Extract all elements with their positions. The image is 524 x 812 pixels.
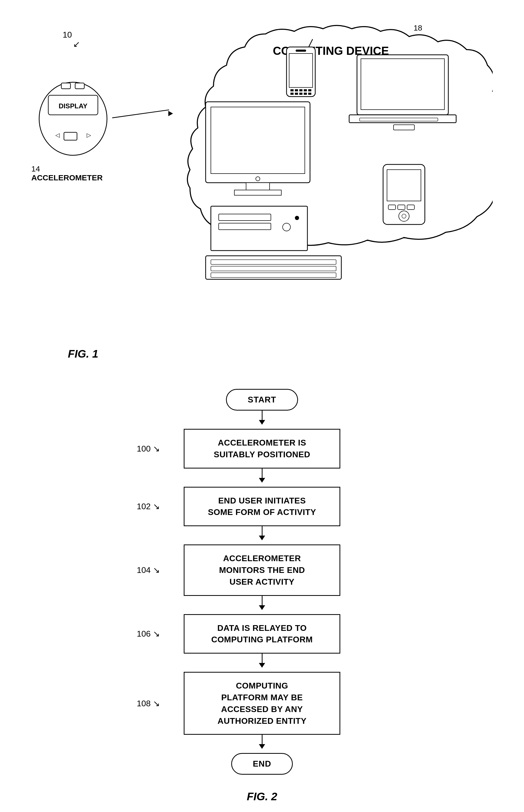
arrow-line-2 (262, 526, 263, 540)
arrow-line-1 (262, 469, 263, 482)
accelerometer-device: DISPLAY ◁ ▷ (36, 78, 110, 158)
fig1-section: 10 ↙ DISPLAY ◁ ▷ 14 ACCELEROM (16, 16, 508, 368)
svg-rect-22 (296, 50, 306, 52)
svg-rect-14 (304, 89, 307, 91)
fig1-caption: FIG. 1 (68, 348, 98, 360)
svg-rect-41 (211, 273, 336, 277)
svg-rect-34 (219, 214, 271, 221)
label-14: 14 (31, 164, 102, 173)
svg-rect-6 (64, 132, 77, 140)
end-label: END (231, 753, 293, 775)
svg-rect-27 (394, 125, 414, 130)
svg-point-32 (256, 177, 260, 181)
arrow-head (168, 111, 173, 116)
arrow-2 (262, 526, 263, 545)
svg-rect-30 (246, 183, 269, 191)
svg-rect-29 (211, 107, 305, 174)
svg-rect-35 (219, 223, 271, 230)
end-node: END (231, 753, 293, 775)
svg-rect-18 (299, 93, 302, 95)
svg-rect-19 (304, 93, 307, 95)
arrow-line-4 (262, 653, 263, 667)
step-106-box: DATA IS RELAYED TOCOMPUTING PLATFORM (184, 614, 340, 654)
start-node: START (226, 389, 298, 410)
svg-rect-31 (234, 190, 281, 195)
flowchart: START 100 ↘ ACCELEROMETER ISSUITABLY POS… (145, 389, 379, 803)
svg-rect-45 (398, 205, 405, 210)
svg-rect-15 (308, 89, 311, 91)
svg-rect-11 (291, 89, 294, 91)
svg-point-0 (39, 82, 107, 155)
page: 10 ↙ DISPLAY ◁ ▷ 14 ACCELEROM (0, 0, 524, 812)
step-100-box: ACCELEROMETER ISSUITABLY POSITIONED (184, 429, 340, 469)
svg-rect-17 (295, 93, 298, 95)
num-106: 106 ↘ (137, 629, 160, 639)
svg-rect-40 (211, 266, 336, 271)
accelerometer-svg: DISPLAY ◁ ▷ (36, 78, 110, 157)
arrow-line-0 (262, 410, 263, 424)
step-102-row: 102 ↘ END USER INITIATESSOME FORM OF ACT… (184, 487, 340, 526)
svg-point-37 (295, 216, 299, 220)
arrow-line-5 (262, 735, 263, 748)
num-100: 100 ↘ (137, 444, 160, 454)
svg-rect-24 (361, 59, 444, 110)
step-100-row: 100 ↘ ACCELEROMETER ISSUITABLY POSITIONE… (184, 429, 340, 469)
label-accelerometer: ACCELEROMETER (31, 173, 102, 182)
svg-point-48 (402, 214, 406, 218)
arrow-3 (262, 596, 263, 614)
pda-icon (383, 164, 425, 225)
mobile-phone-icon (286, 39, 315, 97)
arrow-4 (262, 653, 263, 672)
num-104: 104 ↘ (137, 565, 160, 575)
svg-rect-10 (289, 53, 313, 87)
step-104-box: ACCELEROMETERMONITORS THE ENDUSER ACTIVI… (184, 545, 340, 596)
svg-rect-43 (387, 170, 421, 201)
svg-rect-39 (211, 260, 336, 264)
svg-rect-12 (295, 89, 298, 91)
step-106-row: 106 ↘ DATA IS RELAYED TOCOMPUTING PLATFO… (184, 614, 340, 654)
svg-rect-46 (407, 205, 414, 210)
step-104-row: 104 ↘ ACCELEROMETERMONITORS THE ENDUSER … (184, 545, 340, 596)
fig2-caption: FIG. 2 (247, 790, 277, 803)
num-102: 102 ↘ (137, 501, 160, 511)
svg-text:DISPLAY: DISPLAY (59, 102, 87, 110)
laptop-icon (349, 55, 456, 130)
svg-text:▷: ▷ (87, 132, 91, 138)
start-label: START (226, 389, 298, 410)
svg-rect-1 (61, 83, 70, 89)
ref-10: 10 (63, 30, 72, 40)
fig1-arrow: ↙ (73, 39, 80, 49)
arrow-5 (262, 735, 263, 753)
arrow-line-3 (262, 596, 263, 610)
cloud-svg: COMPUTING DEVICE (180, 21, 493, 282)
svg-rect-2 (75, 83, 84, 89)
step-102-box: END USER INITIATESSOME FORM OF ACTIVITY (184, 487, 340, 526)
svg-rect-44 (388, 205, 396, 210)
num-108: 108 ↘ (137, 698, 160, 709)
step-108-row: 108 ↘ COMPUTINGPLATFORM MAY BEACCESSED B… (184, 672, 340, 735)
svg-rect-26 (360, 118, 438, 121)
svg-rect-16 (291, 93, 294, 95)
cloud-container: COMPUTING DEVICE (180, 21, 493, 282)
svg-text:◁: ◁ (55, 132, 60, 138)
svg-rect-13 (299, 89, 302, 91)
step-108-box: COMPUTINGPLATFORM MAY BEACCESSED BY ANYA… (184, 672, 340, 735)
accel-label-group: 14 ACCELEROMETER (31, 164, 102, 182)
svg-point-36 (283, 223, 291, 231)
fig2-section: START 100 ↘ ACCELEROMETER ISSUITABLY POS… (16, 389, 508, 803)
connection-arrow (112, 109, 169, 118)
arrow-0 (262, 410, 263, 429)
arrow-1 (262, 469, 263, 487)
svg-rect-20 (308, 93, 311, 95)
